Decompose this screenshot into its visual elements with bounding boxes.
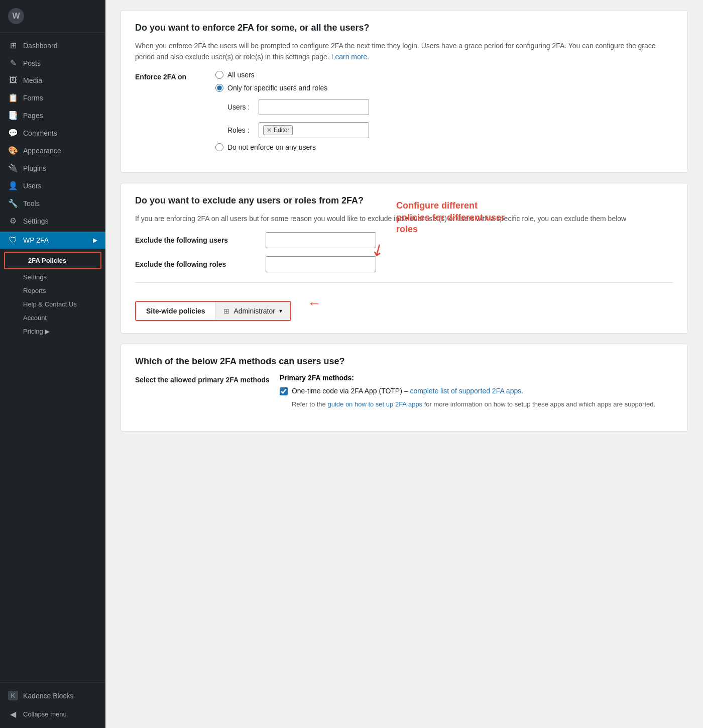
radio-no-users-label: Do not enforce on any users [227, 143, 316, 151]
submenu-item-2fa-policies[interactable]: 2FA Policies [4, 252, 101, 269]
totp-option: One-time code via 2FA App (TOTP) – compl… [280, 387, 655, 395]
enforce-controls: All users Only for specific users and ro… [215, 71, 369, 151]
enforce-2fa-section: Do you want to enforce 2FA for some, or … [121, 10, 688, 173]
sidebar-item-label: Appearance [23, 147, 61, 155]
sidebar-item-pages[interactable]: 📑 Pages [0, 107, 105, 124]
sidebar-item-forms[interactable]: 📋 Forms [0, 89, 105, 107]
sidebar-item-users[interactable]: 👤 Users [0, 177, 105, 194]
sidebar-item-label: Comments [23, 129, 57, 137]
exclude-roles-input[interactable] [266, 256, 376, 272]
sidebar-item-settings[interactable]: ⚙ Settings [0, 212, 105, 230]
wp2fa-arrow-icon: ▶ [93, 237, 97, 244]
sidebar-collapse-label: Collapse menu [23, 710, 67, 718]
learn-more-link[interactable]: Learn more. [331, 53, 369, 61]
tag-remove-icon[interactable]: ✕ [267, 127, 272, 134]
policy-tab-bar: Site-wide policies ⊞ Administrator ▾ [135, 301, 291, 321]
sidebar-item-label: WP 2FA [23, 236, 49, 244]
primary-methods-title: Primary 2FA methods: [280, 374, 655, 382]
submenu-label: Reports [23, 287, 46, 294]
radio-specific-users[interactable]: Only for specific users and roles [215, 84, 369, 92]
roles-sub-row: Roles : ✕ Editor [227, 122, 369, 138]
submenu-item-help-contact[interactable]: Help & Contact Us [0, 297, 105, 311]
tab-administrator-label: Administrator [233, 307, 275, 315]
collapse-menu-button[interactable]: ◀ Collapse menu [0, 704, 105, 724]
users-sub-row: Users : [227, 99, 369, 115]
enforce-desc-text: When you enforce 2FA the users will be p… [135, 42, 656, 61]
primary-methods-label: Select the allowed primary 2FA methods [135, 374, 270, 384]
wp-logo-icon: W [8, 8, 24, 24]
annotation-text: Configure different policies for differe… [396, 200, 507, 235]
enforce-label: Enforce 2FA on [135, 71, 205, 81]
tab-administrator[interactable]: ⊞ Administrator ▾ [215, 302, 290, 320]
tab-arrow-icon: ← [307, 295, 321, 311]
sidebar-item-label: Settings [23, 217, 49, 225]
sidebar-item-label: Users [23, 182, 42, 190]
radio-all-users[interactable]: All users [215, 71, 369, 79]
sidebar-item-posts[interactable]: ✎ Posts [0, 54, 105, 72]
totp-guide-suffix: for more information on how to setup the… [424, 400, 655, 408]
enforce-field-row: Enforce 2FA on All users Only for specif… [135, 71, 673, 151]
submenu-item-reports[interactable]: Reports [0, 284, 105, 297]
tab-bar-wrapper: Site-wide policies ⊞ Administrator ▾ ← [135, 293, 291, 321]
sidebar-item-label: Posts [23, 59, 41, 67]
sidebar-item-comments[interactable]: 💬 Comments [0, 124, 105, 142]
sidebar-item-label: Dashboard [23, 42, 58, 50]
appearance-icon: 🎨 [8, 146, 18, 155]
totp-apps-link[interactable]: complete list of supported 2FA apps. [410, 387, 523, 395]
forms-icon: 📋 [8, 93, 18, 102]
tag-label: Editor [274, 127, 289, 134]
totp-guide-link[interactable]: guide on how to set up 2FA apps [327, 400, 422, 408]
sidebar-item-plugins[interactable]: 🔌 Plugins [0, 159, 105, 177]
primary-methods-controls: Primary 2FA methods: One-time code via 2… [280, 374, 655, 410]
sidebar-item-label: Plugins [23, 164, 46, 172]
sidebar-item-kadence-blocks[interactable]: K Kadence Blocks [0, 687, 105, 704]
users-label: Users : [227, 103, 253, 111]
submenu-item-settings[interactable]: Settings [0, 270, 105, 284]
sidebar-item-label: Pages [23, 112, 43, 120]
sidebar-item-label: Kadence Blocks [23, 692, 73, 700]
tab-site-wide[interactable]: Site-wide policies [136, 302, 215, 320]
collapse-icon: ◀ [8, 709, 18, 719]
editor-tag: ✕ Editor [263, 125, 293, 135]
radio-no-users[interactable]: Do not enforce on any users [215, 143, 369, 151]
exclude-2fa-section: Do you want to exclude any users or role… [121, 183, 688, 334]
sidebar-item-appearance[interactable]: 🎨 Appearance [0, 142, 105, 159]
users-input[interactable] [259, 99, 369, 115]
totp-guide-text: Refer to the guide on how to set up 2FA … [292, 399, 655, 410]
comments-icon: 💬 [8, 128, 18, 138]
sidebar-item-label: Media [23, 76, 42, 84]
sidebar-item-tools[interactable]: 🔧 Tools [0, 194, 105, 212]
plugins-icon: 🔌 [8, 163, 18, 173]
sidebar-item-media[interactable]: 🖼 Media [0, 72, 105, 89]
sidebar-logo: W [0, 0, 105, 33]
grid-icon: ⊞ [223, 307, 229, 315]
main-content: Do you want to enforce 2FA for some, or … [105, 0, 703, 728]
wp2fa-shield-icon: 🛡 [8, 236, 18, 245]
dropdown-chevron-icon: ▾ [279, 307, 282, 315]
submenu-label: Settings [23, 273, 47, 281]
methods-field-row: Select the allowed primary 2FA methods P… [135, 374, 673, 410]
submenu-label: Pricing ▶ [23, 328, 50, 335]
settings-icon: ⚙ [8, 216, 18, 226]
radio-no-users-input[interactable] [215, 143, 223, 151]
enforce-section-title: Do you want to enforce 2FA for some, or … [135, 23, 673, 33]
totp-checkbox[interactable] [280, 387, 288, 395]
submenu-item-pricing[interactable]: Pricing ▶ [0, 325, 105, 338]
exclude-users-input[interactable] [266, 232, 376, 248]
exclude-users-row: Exclude the following users Configure di… [135, 232, 673, 248]
radio-all-users-input[interactable] [215, 71, 223, 79]
radio-specific-users-input[interactable] [215, 84, 223, 92]
methods-section: Which of the below 2FA methods can users… [121, 344, 688, 432]
sidebar: W ⊞ Dashboard ✎ Posts 🖼 Media 📋 Forms 📑 … [0, 0, 105, 728]
exclude-roles-row: Exclude the following roles [135, 256, 673, 272]
submenu-item-account[interactable]: Account [0, 311, 105, 325]
methods-section-title: Which of the below 2FA methods can users… [135, 356, 673, 367]
sidebar-item-wp2fa[interactable]: 🛡 WP 2FA ▶ [0, 232, 105, 249]
sidebar-bottom: K Kadence Blocks ◀ Collapse menu [0, 682, 105, 728]
sidebar-item-dashboard[interactable]: ⊞ Dashboard [0, 37, 105, 54]
enforce-section-desc: When you enforce 2FA the users will be p… [135, 40, 673, 63]
roles-tag-input[interactable]: ✕ Editor [259, 122, 369, 138]
roles-label: Roles : [227, 126, 253, 134]
submenu-label: Help & Contact Us [23, 300, 77, 308]
exclude-users-label: Exclude the following users [135, 236, 256, 244]
